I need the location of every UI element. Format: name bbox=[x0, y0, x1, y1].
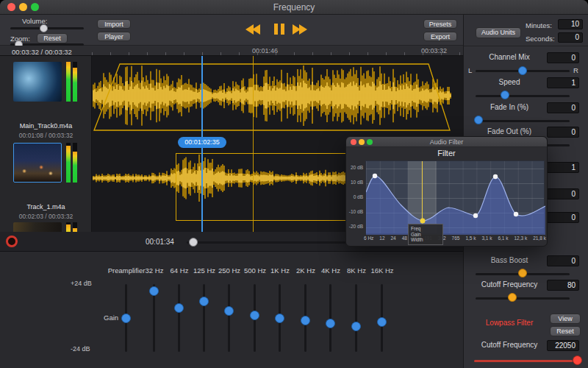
db-axis-label: 20 dB bbox=[346, 165, 363, 170]
eq-max-db-label: +24 dB bbox=[71, 280, 92, 287]
level-meter bbox=[66, 143, 71, 183]
rewind-button[interactable] bbox=[245, 24, 260, 38]
track-name[interactable]: Track_1.m4a bbox=[0, 203, 92, 210]
filter-title-bar: Audio Filter bbox=[346, 137, 547, 147]
cutoff-frequency-label: Cutoff Frequency bbox=[467, 280, 552, 289]
speed-slider[interactable] bbox=[476, 95, 570, 97]
eq-knob[interactable] bbox=[377, 317, 387, 327]
fade-in-knob[interactable] bbox=[474, 116, 483, 124]
speed-value[interactable]: 1 bbox=[547, 77, 579, 88]
track-thumbnail[interactable] bbox=[13, 222, 62, 232]
freq-axis-label: 24 bbox=[390, 236, 395, 241]
minutes-field[interactable]: 10 bbox=[558, 19, 583, 29]
filter-control-point-active[interactable] bbox=[420, 219, 426, 224]
freq-axis-label: 12 bbox=[379, 236, 384, 241]
timeline-ruler[interactable]: 00:03:32 / 00:03:32 00:01:46 00:03:32 bbox=[0, 46, 463, 56]
channel-mix-knob[interactable] bbox=[518, 66, 527, 75]
left-channel-label: L bbox=[468, 66, 472, 74]
export-button[interactable]: Export bbox=[423, 32, 457, 41]
fade-out-label: Fade Out (%) bbox=[467, 127, 552, 135]
panel-value-box[interactable]: 0 bbox=[547, 188, 579, 199]
playhead-time-badge[interactable]: 00:01:02:35 bbox=[178, 137, 226, 148]
bass-boost-value[interactable]: 0 bbox=[547, 255, 579, 266]
title-bar: Frequency bbox=[0, 0, 588, 15]
elapsed-time: 00:01:34 bbox=[146, 238, 174, 246]
cutoff-frequency-slider[interactable] bbox=[476, 297, 570, 300]
filter-control-point[interactable] bbox=[473, 213, 478, 218]
filter-heading: Filter bbox=[346, 149, 547, 158]
selected-duration: 00:03:32 / 00:03:32 bbox=[12, 48, 72, 56]
level-meter bbox=[73, 62, 77, 102]
seconds-field[interactable]: 0 bbox=[558, 32, 583, 43]
lowpass-reset-button[interactable]: Reset bbox=[550, 326, 581, 336]
fade-in-slider[interactable] bbox=[476, 120, 570, 122]
bass-boost-label: Bass Boost bbox=[467, 256, 552, 264]
fast-forward-icon bbox=[299, 24, 307, 35]
freq-axis-label: 12,3 k bbox=[514, 236, 527, 241]
cutoff-frequency-value[interactable]: 80 bbox=[547, 280, 579, 291]
eq-slider[interactable] bbox=[228, 284, 230, 352]
minutes-label: Minutes: bbox=[526, 21, 552, 29]
player-button[interactable]: Player bbox=[97, 32, 131, 41]
record-button[interactable] bbox=[6, 236, 18, 247]
track-list: Main_Track0.m4a 00:01:08 / 00:03:32 Trac… bbox=[0, 56, 92, 232]
freq-axis-label: 3,1 k bbox=[481, 236, 492, 241]
app-window: Frequency Volume: Zoom: Reset Import Pla… bbox=[0, 0, 588, 368]
freq-axis-label: 6,1 k bbox=[498, 236, 508, 241]
fast-forward-button[interactable] bbox=[293, 24, 307, 38]
waveform-track-1[interactable] bbox=[93, 59, 451, 132]
panel-value-box[interactable]: 1 bbox=[547, 162, 579, 173]
audio-filter-window[interactable]: Audio Filter Filter 20 dB 10 dB 0 dB -10… bbox=[345, 136, 548, 247]
filter-eq-graph[interactable] bbox=[365, 160, 545, 234]
track-thumbnail-selected[interactable] bbox=[13, 143, 62, 183]
frequency-axis: 6 Hz 12 24 48 96 191 382 765 1,5 k 3,1 k… bbox=[364, 236, 546, 241]
channel-mix-value[interactable]: 0 bbox=[547, 52, 579, 63]
level-meter bbox=[66, 222, 71, 232]
filter-curve[interactable] bbox=[366, 161, 545, 235]
seek-knob[interactable] bbox=[189, 238, 198, 247]
divider bbox=[464, 46, 588, 46]
lowpass-view-button[interactable]: View bbox=[550, 314, 581, 324]
volume-knob[interactable] bbox=[40, 24, 48, 32]
bass-boost-knob[interactable] bbox=[518, 269, 527, 277]
filter-control-point[interactable] bbox=[373, 174, 377, 178]
panel-value-box[interactable]: 0 bbox=[547, 212, 579, 223]
eq-slider[interactable] bbox=[178, 284, 180, 352]
eq-slider[interactable] bbox=[355, 284, 357, 352]
loop-marker-line[interactable] bbox=[253, 56, 254, 232]
equalizer-section: +24 dB Gain -24 dB Preamplifier 32 Hz 64… bbox=[0, 252, 463, 368]
db-axis-label: -10 dB bbox=[346, 209, 363, 214]
level-meter bbox=[73, 222, 77, 232]
fade-in-value[interactable]: 0 bbox=[547, 102, 579, 113]
level-meter bbox=[66, 62, 71, 102]
channel-mix-label: Channel Mix bbox=[467, 53, 552, 61]
eq-slider[interactable] bbox=[203, 284, 205, 352]
track-name[interactable]: Main_Track0.m4a bbox=[0, 122, 92, 130]
freq-axis-label: 48 bbox=[402, 236, 407, 241]
toolbar: Volume: Zoom: Reset Import Player Preset… bbox=[0, 15, 463, 46]
freq-axis-label: 21,8 k bbox=[533, 236, 546, 241]
speed-knob[interactable] bbox=[501, 91, 509, 99]
seconds-label: Seconds: bbox=[526, 35, 555, 43]
fade-out-value[interactable]: 0 bbox=[547, 127, 579, 138]
db-axis-label: -20 dB bbox=[346, 224, 363, 229]
filter-control-point[interactable] bbox=[514, 212, 518, 216]
eq-knob[interactable] bbox=[121, 314, 131, 323]
ruler-ticks bbox=[92, 52, 463, 55]
eq-slider[interactable] bbox=[329, 284, 331, 352]
zoom-reset-button[interactable]: Reset bbox=[37, 33, 68, 43]
eq-band-16khz: 16K Hz bbox=[359, 252, 406, 368]
presets-button[interactable]: Presets bbox=[423, 19, 457, 29]
freq-axis-label: 765 bbox=[452, 236, 460, 241]
cutoff-frequency-knob[interactable] bbox=[508, 293, 517, 302]
track-thumbnail[interactable] bbox=[13, 62, 62, 102]
lowpass-cutoff-knob[interactable] bbox=[573, 355, 582, 365]
lowpass-cutoff-value[interactable]: 22050 bbox=[547, 340, 579, 351]
pause-button[interactable] bbox=[273, 24, 286, 38]
freq-axis-label: 6 Hz bbox=[364, 236, 373, 241]
import-button[interactable]: Import bbox=[97, 19, 131, 29]
lowpass-cutoff-label: Cutoff Frequency bbox=[467, 341, 552, 349]
audio-units-button[interactable]: Audio Units bbox=[476, 27, 521, 38]
filter-control-point[interactable] bbox=[493, 174, 498, 179]
lowpass-cutoff-slider[interactable] bbox=[474, 360, 573, 362]
